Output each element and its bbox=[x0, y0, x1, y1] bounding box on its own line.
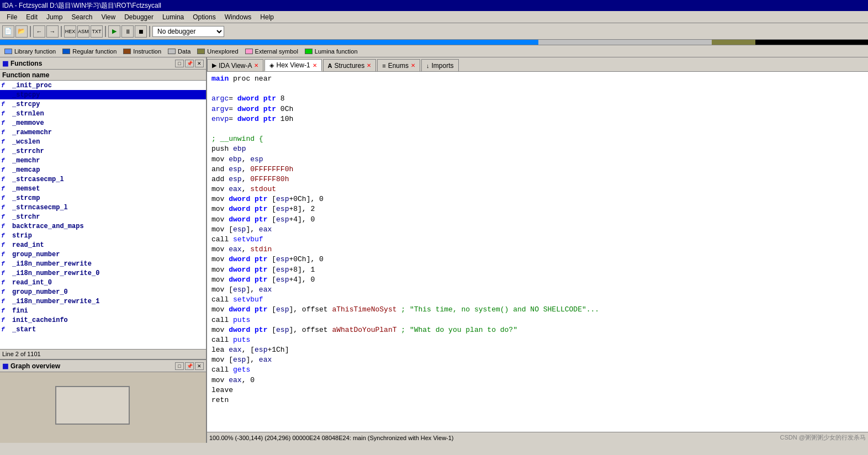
code-btn[interactable]: ASM bbox=[77, 25, 89, 38]
list-item[interactable]: f_i18n_number_rewrite_0 bbox=[0, 268, 206, 278]
tab-hex-view-1[interactable]: ◈ Hex View-1 ✕ bbox=[264, 59, 321, 71]
func-icon: f bbox=[1, 195, 10, 202]
list-item[interactable]: f_memchr bbox=[0, 156, 206, 165]
list-item[interactable]: f_strcmp bbox=[0, 193, 206, 203]
legend-color-lumina bbox=[305, 49, 313, 54]
func-icon: f bbox=[1, 270, 10, 277]
menu-item-help[interactable]: Help bbox=[256, 12, 278, 22]
code-line: mov dword ptr [esp+8], 2 bbox=[211, 204, 864, 214]
functions-list[interactable]: f_init_procf_stpcpyf_strcpyf_strnlenf_me… bbox=[0, 81, 206, 349]
list-item[interactable]: f_wcslen bbox=[0, 137, 206, 146]
functions-panel: ▦ Functions □ 📌 ✕ Function name f_init_p… bbox=[0, 57, 206, 360]
legend-label-lumina: Lumina function bbox=[315, 48, 358, 55]
run-btn[interactable]: ▶ bbox=[108, 25, 120, 38]
code-line: mov [esp], eax bbox=[211, 225, 864, 235]
pause-btn[interactable]: ⏸ bbox=[121, 25, 134, 38]
new-btn[interactable]: 📄 bbox=[2, 25, 14, 38]
code-area[interactable]: main proc near argc= dword ptr 8 argv= d… bbox=[207, 72, 868, 432]
menu-item-edit[interactable]: Edit bbox=[22, 12, 42, 22]
list-item[interactable]: f_init_proc bbox=[0, 81, 206, 90]
list-item[interactable]: f_start bbox=[0, 325, 206, 334]
legend-instruction: Instruction bbox=[123, 48, 161, 55]
func-name: _start bbox=[12, 326, 36, 334]
func-name: _strcasecmp_l bbox=[12, 176, 64, 183]
func-name: _memcap bbox=[12, 166, 40, 174]
func-name: _i18n_number_rewrite_0 bbox=[12, 269, 99, 277]
list-item[interactable]: fbacktrace_and_maps bbox=[0, 221, 206, 231]
hex-btn[interactable]: HEX bbox=[64, 25, 76, 38]
graph-pin-btn[interactable]: 📌 bbox=[185, 362, 194, 370]
list-item[interactable]: f_strcasecmp_l bbox=[0, 174, 206, 184]
menu-item-file[interactable]: File bbox=[2, 12, 22, 22]
list-item[interactable]: f_memset bbox=[0, 184, 206, 193]
list-item[interactable]: fread_int bbox=[0, 240, 206, 250]
code-line: mov eax, stdout bbox=[211, 184, 864, 194]
code-line: call puts bbox=[211, 315, 864, 325]
code-line bbox=[211, 124, 864, 134]
tab-close-ida[interactable]: ✕ bbox=[254, 62, 258, 68]
menu-item-windows[interactable]: Windows bbox=[220, 12, 256, 22]
list-item[interactable]: fstrip bbox=[0, 231, 206, 240]
menu-item-options[interactable]: Options bbox=[188, 12, 220, 22]
tab-icon-enums: ≡ bbox=[382, 62, 385, 69]
code-line: retn bbox=[211, 395, 864, 405]
stop-btn[interactable]: ⏹ bbox=[135, 25, 147, 38]
tab-imports[interactable]: ↓ Imports bbox=[421, 59, 459, 71]
text-btn[interactable]: TXT bbox=[91, 25, 103, 38]
func-name: _rawmemchr bbox=[12, 129, 52, 136]
functions-restore-btn[interactable]: □ bbox=[175, 60, 184, 67]
list-item[interactable]: f_strrchr bbox=[0, 146, 206, 156]
func-status-text: Line 2 of 1101 bbox=[2, 351, 41, 357]
tab-icon-ida: ▶ bbox=[212, 62, 216, 69]
legend-external: External symbol bbox=[245, 48, 298, 55]
graph-viewport[interactable] bbox=[55, 386, 130, 425]
list-item[interactable]: fgroup_number bbox=[0, 250, 206, 259]
list-item[interactable]: f_strncasecmp_l bbox=[0, 203, 206, 212]
list-item[interactable]: f_i18n_number_rewrite bbox=[0, 259, 206, 268]
func-name: _i18n_number_rewrite bbox=[12, 260, 92, 268]
menu-item-search[interactable]: Search bbox=[67, 12, 97, 22]
list-item[interactable]: f_memcap bbox=[0, 165, 206, 174]
func-icon: f bbox=[1, 129, 10, 136]
func-icon: f bbox=[1, 214, 10, 220]
code-line: mov dword ptr [esp+0Ch], 0 bbox=[211, 255, 864, 264]
tab-close-struct[interactable]: ✕ bbox=[367, 62, 371, 68]
forward-btn[interactable]: → bbox=[46, 25, 59, 38]
tab-close-enums[interactable]: ✕ bbox=[411, 62, 415, 68]
back-btn[interactable]: ← bbox=[33, 25, 45, 38]
separator-1 bbox=[30, 26, 31, 37]
list-item[interactable]: f_i18n_number_rewrite_1 bbox=[0, 297, 206, 306]
func-icon: f bbox=[1, 139, 10, 145]
list-item[interactable]: f_strnlen bbox=[0, 109, 206, 118]
list-item[interactable]: f_strchr bbox=[0, 212, 206, 221]
tab-structures[interactable]: A Structures ✕ bbox=[323, 59, 377, 71]
list-item[interactable]: finit_cacheinfo bbox=[0, 315, 206, 325]
list-item[interactable]: fread_int_0 bbox=[0, 278, 206, 287]
code-line: mov dword ptr [esp+0Ch], 0 bbox=[211, 194, 864, 204]
debugger-select[interactable]: No debugger bbox=[152, 26, 224, 37]
menu-item-lumina[interactable]: Lumina bbox=[158, 12, 188, 22]
open-btn[interactable]: 📂 bbox=[15, 25, 28, 38]
list-item[interactable]: f_stpcpy bbox=[0, 90, 206, 99]
functions-pin-btn[interactable]: 📌 bbox=[185, 60, 194, 67]
legend-color-unexplored bbox=[197, 49, 205, 54]
legend-color-instruction bbox=[123, 49, 131, 54]
graph-restore-btn[interactable]: □ bbox=[175, 362, 184, 370]
code-line: ; __unwind { bbox=[211, 134, 864, 144]
functions-close-btn[interactable]: ✕ bbox=[195, 60, 204, 67]
menu-item-debugger[interactable]: Debugger bbox=[120, 12, 158, 22]
list-item[interactable]: ffini bbox=[0, 306, 206, 315]
list-item[interactable]: fgroup_number_0 bbox=[0, 287, 206, 297]
list-item[interactable]: f_strcpy bbox=[0, 99, 206, 109]
menu-item-view[interactable]: View bbox=[97, 12, 120, 22]
menu-item-jump[interactable]: Jump bbox=[42, 12, 67, 22]
tab-enums[interactable]: ≡ Enums ✕ bbox=[377, 59, 420, 71]
graph-close-btn[interactable]: ✕ bbox=[195, 362, 204, 370]
func-icon: f bbox=[1, 242, 10, 248]
func-icon: f bbox=[1, 92, 10, 98]
list-item[interactable]: f_rawmemchr bbox=[0, 128, 206, 137]
list-item[interactable]: f_memmove bbox=[0, 118, 206, 128]
tab-close-hex[interactable]: ✕ bbox=[313, 62, 317, 68]
tab-ida-view-a[interactable]: ▶ IDA View-A ✕ bbox=[207, 59, 263, 71]
func-icon: f bbox=[1, 279, 10, 286]
